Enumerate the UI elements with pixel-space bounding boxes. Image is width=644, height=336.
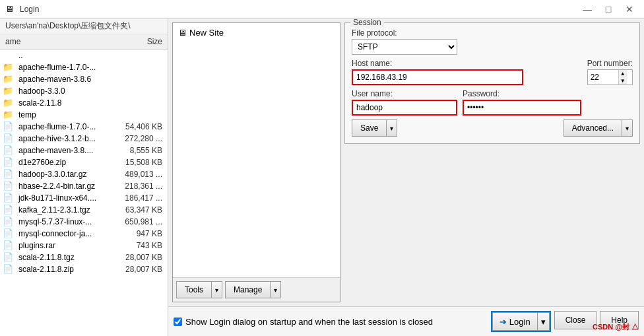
list-item[interactable]: 📄scala-2.11.8.tgz28,007 KB: [0, 252, 168, 263]
folder-icon: 📁: [3, 110, 13, 120]
protocol-label: File protocol:: [352, 28, 457, 38]
file-name: hbase-2.2.4-bin.tar.gz: [13, 181, 108, 191]
file-name: apache-maven-3.8.6: [13, 74, 108, 84]
main-container: Users\an'na\Desktop\压缩包文件夹\ ame Size ..📁…: [0, 18, 644, 336]
list-item[interactable]: 📁apache-flume-1.7.0-...: [0, 61, 168, 73]
list-item[interactable]: 📄mysql-5.7.37-linux-...650,981 ...: [0, 216, 168, 228]
file-size: [108, 79, 168, 80]
list-item[interactable]: 📄apache-hive-3.1.2-b...272,280 ...: [0, 133, 168, 145]
file-size: 218,361 ...: [108, 181, 168, 191]
dialog-bottom: Show Login dialog on startup and when th…: [168, 306, 644, 336]
port-up-button[interactable]: ▲: [619, 70, 627, 77]
session-buttons: Save ▾ Advanced... ▾: [352, 119, 633, 137]
site-icon: 🖥: [178, 28, 187, 38]
manage-button-group: Manage ▾: [225, 281, 281, 298]
save-button[interactable]: Save: [352, 119, 387, 137]
site-panel: 🖥 New Site Tools ▾ Manage ▾: [172, 22, 340, 302]
file-size: 947 KB: [108, 228, 168, 239]
advanced-dropdown-button[interactable]: ▾: [622, 119, 633, 137]
list-item[interactable]: ..: [0, 50, 168, 61]
port-input[interactable]: [588, 70, 618, 84]
file-icon: 📄: [3, 228, 13, 239]
new-site-label: New Site: [189, 28, 224, 38]
file-size: 15,508 KB: [108, 157, 168, 168]
file-icon: 📄: [3, 240, 13, 251]
list-item[interactable]: 📄jdk-8u171-linux-x64....186,417 ...: [0, 192, 168, 204]
save-dropdown-button[interactable]: ▾: [387, 119, 397, 137]
protocol-group: File protocol: SFTP FTP SCP: [352, 28, 457, 55]
new-site-item[interactable]: 🖥 New Site: [176, 26, 337, 40]
login-button-container: ➔ Login ▾: [491, 311, 551, 332]
file-name: hadoop-3.3.0: [13, 86, 108, 96]
list-item[interactable]: 📁apache-maven-3.8.6: [0, 73, 168, 85]
file-icon: 📄: [3, 252, 13, 263]
file-size: 63,347 KB: [108, 205, 168, 215]
file-icon: 📄: [3, 133, 13, 144]
advanced-button-group: Advanced... ▾: [564, 119, 633, 137]
file-size: 743 KB: [108, 240, 168, 251]
session-panel: Session File protocol: SFTP FTP SCP: [344, 22, 640, 302]
file-list-header: ame Size: [0, 34, 168, 50]
host-group: Host name:: [352, 59, 523, 85]
startup-checkbox-label[interactable]: Show Login dialog on startup and when th…: [174, 317, 433, 327]
list-item[interactable]: 📄d1e2760e.zip15,508 KB: [0, 156, 168, 168]
list-item[interactable]: 📄apache-maven-3.8....8,555 KB: [0, 145, 168, 156]
winscp-dialog: 🖥 New Site Tools ▾ Manage ▾: [168, 18, 644, 336]
protocol-select[interactable]: SFTP FTP SCP: [352, 39, 457, 55]
user-group: User name:: [352, 89, 457, 116]
dialog-body: 🖥 New Site Tools ▾ Manage ▾: [168, 18, 644, 306]
list-item[interactable]: 📁scala-2.11.8: [0, 97, 168, 109]
list-item[interactable]: 📄mysql-connector-ja...947 KB: [0, 228, 168, 240]
list-item[interactable]: 📄hadoop-3.3.0.tar.gz489,013 ...: [0, 168, 168, 180]
list-item[interactable]: 📄scala-2.11.8.zip28,007 KB: [0, 263, 168, 275]
host-input[interactable]: [352, 69, 523, 85]
file-icon: 📄: [3, 205, 13, 215]
close-dialog-button[interactable]: Close: [554, 311, 597, 329]
advanced-button[interactable]: Advanced...: [564, 119, 622, 137]
file-name: apache-hive-3.1.2-b...: [13, 133, 108, 144]
file-size: [108, 90, 168, 92]
list-item[interactable]: 📄hbase-2.2.4-bin.tar.gz218,361 ...: [0, 180, 168, 192]
protocol-row: File protocol: SFTP FTP SCP: [352, 28, 633, 55]
port-down-button[interactable]: ▼: [619, 77, 627, 84]
list-item[interactable]: 📁hadoop-3.3.0: [0, 85, 168, 97]
host-port-row: Host name: Port number: ▲ ▼: [352, 59, 633, 85]
file-icon: 📄: [3, 157, 13, 168]
user-pass-row: User name: Password:: [352, 89, 633, 116]
file-size: 8,555 KB: [108, 145, 168, 156]
tools-button-group: Tools ▾: [176, 281, 222, 298]
save-button-group: Save ▾: [352, 119, 397, 137]
tools-dropdown-button[interactable]: ▾: [212, 281, 222, 298]
tools-button[interactable]: Tools: [176, 281, 212, 298]
list-item[interactable]: 📄kafka_2.11-2.3.1.tgz63,347 KB: [0, 204, 168, 216]
file-name: jdk-8u171-linux-x64....: [13, 193, 108, 203]
file-name: apache-maven-3.8....: [13, 145, 108, 156]
folder-icon: 📁: [3, 86, 13, 96]
login-dropdown-button[interactable]: ▾: [538, 312, 550, 331]
file-name: apache-flume-1.7.0-...: [13, 62, 108, 73]
session-group-title: Session: [350, 18, 384, 27]
file-size: 650,981 ...: [108, 217, 168, 227]
close-button[interactable]: ✕: [620, 3, 639, 16]
file-size: 186,417 ...: [108, 193, 168, 203]
file-name: kafka_2.11-2.3.1.tgz: [13, 205, 108, 215]
list-item[interactable]: 📄plugins.rar743 KB: [0, 240, 168, 252]
password-input[interactable]: [463, 100, 581, 116]
file-size: 28,007 KB: [108, 264, 168, 275]
login-button[interactable]: ➔ Login: [492, 312, 538, 331]
file-name: mysql-connector-ja...: [13, 228, 108, 239]
startup-checkbox-text: Show Login dialog on startup and when th…: [185, 317, 433, 327]
list-item[interactable]: 📄apache-flume-1.7.0-...54,406 KB: [0, 121, 168, 133]
minimize-button[interactable]: —: [578, 3, 596, 16]
title-bar: 🖥 Login — □ ✕: [0, 0, 644, 18]
user-input[interactable]: [352, 100, 457, 116]
file-name: scala-2.11.8.tgz: [13, 252, 108, 263]
file-path: Users\an'na\Desktop\压缩包文件夹\: [0, 18, 168, 34]
list-item[interactable]: 📁temp: [0, 109, 168, 121]
maximize-button[interactable]: □: [599, 3, 618, 16]
file-list: ..📁apache-flume-1.7.0-...📁apache-maven-3…: [0, 50, 168, 336]
manage-dropdown-button[interactable]: ▾: [271, 281, 281, 298]
manage-button[interactable]: Manage: [225, 281, 271, 298]
startup-checkbox[interactable]: [174, 318, 182, 326]
file-name: scala-2.11.8.zip: [13, 264, 108, 275]
